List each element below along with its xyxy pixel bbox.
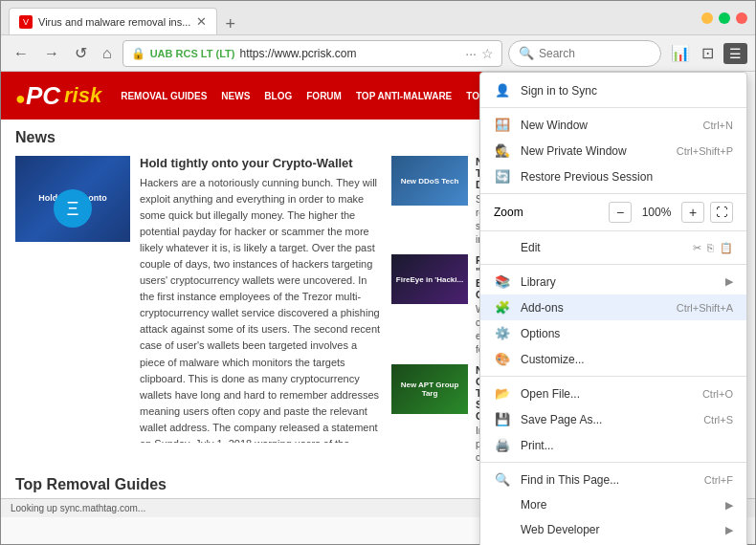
open-file-icon: 📂 xyxy=(494,386,511,401)
apt-thumb: New APT Group Targ xyxy=(391,364,468,414)
menu-open-file-shortcut: Ctrl+O xyxy=(702,388,733,400)
nav-forum[interactable]: FORUM xyxy=(306,91,342,101)
tab-title: Virus and malware removal ins... xyxy=(38,16,190,28)
news-section-title: News xyxy=(15,129,549,146)
menu-options-label: Options xyxy=(521,327,733,340)
menu-divider-2 xyxy=(480,193,746,194)
library-icon: 📚 xyxy=(494,274,511,289)
menu-sign-in-label: Sign in to Sync xyxy=(521,84,733,98)
restore-icon: 🔄 xyxy=(494,169,511,184)
addons-icon: 🧩 xyxy=(494,300,511,315)
menu-item-options[interactable]: ⚙️ Options xyxy=(480,320,746,346)
logo-pc: ●PC xyxy=(15,81,60,111)
menu-item-customize[interactable]: 🎨 Customize... xyxy=(480,346,746,372)
site-logo: ●PC risk xyxy=(15,81,101,111)
cut-icon[interactable]: ✂ xyxy=(693,242,701,254)
menu-print-label: Print... xyxy=(521,439,733,452)
news-section: Hold tightly onto Ξ Hold tightly onto yo… xyxy=(15,156,549,465)
menu-new-window-shortcut: Ctrl+N xyxy=(703,120,733,131)
find-icon: 🔍 xyxy=(494,472,511,487)
bookmarks-icon[interactable]: 📊 xyxy=(667,42,694,64)
menu-library-label: Library xyxy=(521,275,716,289)
menu-zoom-label: Zoom xyxy=(494,206,603,219)
private-window-icon: 🕵️ xyxy=(494,143,511,158)
bookmark-icon[interactable]: ☆ xyxy=(481,46,494,61)
zoom-minus-button[interactable]: − xyxy=(609,202,632,223)
menu-more-label: More xyxy=(521,498,716,512)
toolbar-icons: 📊 ⊡ xyxy=(667,42,718,64)
ssl-issuer: UAB RCS LT (LT) xyxy=(150,48,235,59)
close-button[interactable] xyxy=(736,12,747,24)
nav-bar: ← → ↺ ⌂ 🔒 UAB RCS LT (LT) https://www.pc… xyxy=(1,35,755,72)
tab-close-button[interactable]: ✕ xyxy=(196,14,207,29)
nav-blog[interactable]: BLOG xyxy=(264,91,292,101)
search-input[interactable] xyxy=(539,47,634,60)
menu-save-page-label: Save Page As... xyxy=(521,413,694,426)
menu-addons-shortcut: Ctrl+Shift+A xyxy=(677,302,733,314)
zoom-value: 100% xyxy=(637,206,676,219)
menu-divider-5 xyxy=(480,376,746,377)
window-controls xyxy=(701,12,747,24)
zoom-plus-button[interactable]: + xyxy=(681,202,704,223)
sign-in-icon: 👤 xyxy=(494,83,511,98)
featured-thumb: Hold tightly onto Ξ xyxy=(15,156,130,242)
search-bar[interactable]: 🔍 xyxy=(508,40,661,67)
print-icon: 🖨️ xyxy=(494,438,511,452)
menu-divider-1 xyxy=(480,107,746,108)
forward-button[interactable]: → xyxy=(39,43,64,64)
search-icon: 🔍 xyxy=(519,46,534,60)
new-tab-button[interactable]: + xyxy=(217,14,243,34)
zoom-expand-button[interactable]: ⛶ xyxy=(710,202,733,223)
reload-button[interactable]: ↺ xyxy=(70,42,92,64)
minimize-button[interactable] xyxy=(701,12,713,24)
maximize-button[interactable] xyxy=(719,12,730,24)
new-window-icon: 🪟 xyxy=(494,118,511,132)
removal-section-title: Top Removal Guides xyxy=(15,476,549,493)
address-more-button[interactable]: ··· xyxy=(465,46,477,61)
menu-button[interactable]: ☰ xyxy=(723,43,747,64)
menu-item-find[interactable]: 🔍 Find in This Page... Ctrl+F xyxy=(480,467,746,492)
menu-restore-label: Restore Previous Session xyxy=(521,170,733,184)
sync-icon[interactable]: ⊡ xyxy=(698,42,718,64)
menu-web-dev-label: Web Developer xyxy=(521,523,716,536)
status-text: Looking up sync.mathtag.com... xyxy=(11,503,145,513)
browser-window: V Virus and malware removal ins... ✕ + ←… xyxy=(0,0,756,545)
featured-title[interactable]: Hold tightly onto your Crypto-Wallet xyxy=(140,156,382,170)
address-bar[interactable]: 🔒 UAB RCS LT (LT) https://www.pcrisk.com… xyxy=(122,40,502,67)
nav-news[interactable]: NEWS xyxy=(221,91,250,101)
home-button[interactable]: ⌂ xyxy=(98,43,117,64)
customize-icon: 🎨 xyxy=(494,352,511,366)
menu-item-open-file[interactable]: 📂 Open File... Ctrl+O xyxy=(480,381,746,406)
url-text: https://www.pcrisk.com xyxy=(239,47,460,60)
more-arrow: ▶ xyxy=(725,499,733,512)
menu-item-web-dev[interactable]: Web Developer ▶ xyxy=(480,517,746,542)
copy-icon[interactable]: ⎘ xyxy=(707,242,714,254)
menu-item-edit[interactable]: Edit ✂ ⎘ 📋 xyxy=(480,235,746,260)
menu-private-shortcut: Ctrl+Shift+P xyxy=(677,145,733,157)
menu-find-shortcut: Ctrl+F xyxy=(704,474,733,486)
menu-find-label: Find in This Page... xyxy=(521,473,695,487)
browser-tab[interactable]: V Virus and malware removal ins... ✕ xyxy=(9,8,217,34)
menu-addons-label: Add-ons xyxy=(521,301,667,315)
menu-item-addons[interactable]: 🧩 Add-ons Ctrl+Shift+A xyxy=(480,294,746,320)
tab-favicon: V xyxy=(19,15,33,29)
menu-item-save-page[interactable]: 💾 Save Page As... Ctrl+S xyxy=(480,406,746,432)
menu-item-sign-in[interactable]: 👤 Sign in to Sync xyxy=(480,77,746,103)
menu-divider-6 xyxy=(480,462,746,463)
menu-edit-label: Edit xyxy=(521,241,683,254)
back-button[interactable]: ← xyxy=(9,43,33,64)
fireeye-thumb: FireEye in 'Hacki... xyxy=(391,254,468,304)
nav-top-antimalware[interactable]: TOP ANTI-MALWARE xyxy=(356,91,452,101)
menu-item-print[interactable]: 🖨️ Print... xyxy=(480,432,746,458)
menu-item-new-window[interactable]: 🪟 New Window Ctrl+N xyxy=(480,112,746,138)
paste-icon[interactable]: 📋 xyxy=(720,242,733,254)
featured-content: Hold tightly onto your Crypto-Wallet Hac… xyxy=(140,156,382,465)
menu-item-private-window[interactable]: 🕵️ New Private Window Ctrl+Shift+P xyxy=(480,138,746,164)
library-arrow: ▶ xyxy=(725,275,733,288)
removal-section: Top Removal Guides Rogue Chromium Browse… xyxy=(15,476,549,498)
menu-item-restore-session[interactable]: 🔄 Restore Previous Session xyxy=(480,164,746,189)
nav-removal-guides[interactable]: REMOVAL GUIDES xyxy=(121,91,207,101)
menu-item-more[interactable]: More ▶ xyxy=(480,492,746,517)
menu-item-library[interactable]: 📚 Library ▶ xyxy=(480,269,746,294)
web-dev-arrow: ▶ xyxy=(725,524,733,536)
